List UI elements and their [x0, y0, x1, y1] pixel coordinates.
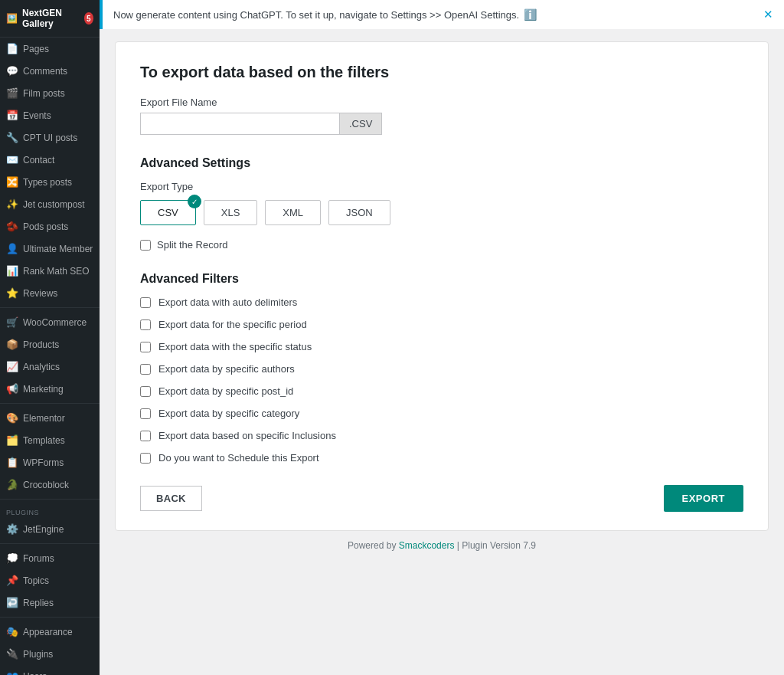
export-button[interactable]: EXPORT — [664, 485, 743, 512]
footer-powered-by: Powered by — [348, 540, 396, 551]
sidebar-item-woocommerce[interactable]: 🛒 WooCommerce — [0, 311, 100, 333]
sidebar: 🖼️ NextGEN Gallery 5 📄 Pages 💬 Comments … — [0, 0, 100, 675]
filter-schedule-export-label[interactable]: Do you want to Schedule this Export — [158, 452, 319, 464]
pods-icon: 🫘 — [6, 221, 18, 232]
file-name-input[interactable] — [140, 113, 339, 135]
back-button[interactable]: BACK — [140, 486, 202, 511]
sidebar-divider-2 — [0, 403, 100, 404]
rank-icon: 📊 — [6, 265, 18, 277]
footer: Powered by Smackcoders | Plugin Version … — [115, 531, 769, 560]
filter-specific-status-label[interactable]: Export data with the specific status — [158, 341, 312, 352]
contact-icon: ✉️ — [6, 154, 18, 165]
sidebar-item-analytics[interactable]: 📈 Analytics — [0, 356, 100, 378]
filter-specific-status-checkbox[interactable] — [140, 342, 151, 352]
filter-specific-category-label[interactable]: Export data by specific category — [158, 408, 299, 419]
comments-icon: 💬 — [6, 65, 18, 77]
export-type-xls[interactable]: XLS — [204, 200, 258, 225]
sidebar-item-film-posts[interactable]: 🎬 Film posts — [0, 82, 100, 104]
sidebar-logo[interactable]: 🖼️ NextGEN Gallery 5 — [0, 0, 100, 38]
sidebar-item-pods-posts[interactable]: 🫘 Pods posts — [0, 215, 100, 238]
filter-specific-inclusions-checkbox[interactable] — [140, 431, 151, 441]
sidebar-label-reviews: Reviews — [23, 288, 57, 299]
notice-bar: Now generate content using ChatGPT. To s… — [100, 0, 784, 29]
file-name-label: Export File Name — [140, 97, 743, 108]
sidebar-divider-3 — [0, 499, 100, 500]
filter-schedule-export-checkbox[interactable] — [140, 453, 151, 464]
sidebar-divider-1 — [0, 307, 100, 308]
sidebar-label-pods: Pods posts — [23, 221, 68, 232]
main-card: To export data based on the filters Expo… — [115, 41, 769, 531]
logo-badge: 5 — [84, 12, 93, 25]
sidebar-item-cpt-ui[interactable]: 🔧 CPT UI posts — [0, 126, 100, 149]
sidebar-label-products: Products — [23, 339, 59, 350]
filter-specific-period: Export data for the specific period — [140, 319, 743, 330]
replies-icon: ↩️ — [6, 597, 18, 608]
filter-specific-authors: Export data by specific authors — [140, 363, 743, 375]
sidebar-item-appearance[interactable]: 🎭 Appearance — [0, 621, 100, 643]
sidebar-label-users: Users — [23, 671, 47, 676]
sidebar-label-cpt: CPT UI posts — [23, 133, 77, 143]
sidebar-item-rank-math[interactable]: 📊 Rank Math SEO — [0, 260, 100, 282]
sidebar-item-templates[interactable]: 🗂️ Templates — [0, 429, 100, 451]
export-type-json[interactable]: JSON — [328, 200, 390, 225]
info-icon: ℹ️ — [524, 8, 537, 21]
file-name-row: .CSV — [140, 113, 743, 135]
sidebar-label-appearance: Appearance — [23, 627, 73, 637]
sidebar-item-wpforms[interactable]: 📋 WPForms — [0, 451, 100, 473]
sidebar-item-forums[interactable]: 💭 Forums — [0, 547, 100, 569]
sidebar-item-jet-custompost[interactable]: ✨ Jet custompost — [0, 193, 100, 215]
footer-brand-link[interactable]: Smackcoders — [399, 540, 455, 551]
filter-specific-category-checkbox[interactable] — [140, 408, 151, 419]
sidebar-item-replies[interactable]: ↩️ Replies — [0, 591, 100, 614]
filter-auto-delimiters-checkbox[interactable] — [140, 297, 151, 308]
member-icon: 👤 — [6, 243, 18, 254]
sidebar-item-products[interactable]: 📦 Products — [0, 333, 100, 356]
sidebar-label-events: Events — [23, 110, 51, 121]
sidebar-label-jetengine: JetEngine — [23, 524, 64, 535]
products-icon: 📦 — [6, 339, 18, 350]
filter-specific-post-id-checkbox[interactable] — [140, 386, 151, 397]
plugins-icon: 🔌 — [6, 648, 18, 660]
filter-specific-period-label[interactable]: Export data for the specific period — [158, 319, 307, 330]
sidebar-item-topics[interactable]: 📌 Topics — [0, 569, 100, 591]
split-record-checkbox[interactable] — [140, 240, 151, 251]
filter-specific-period-checkbox[interactable] — [140, 319, 151, 330]
sidebar-item-types-posts[interactable]: 🔀 Types posts — [0, 171, 100, 193]
export-type-xml[interactable]: XML — [265, 200, 321, 225]
sidebar-label-woo: WooCommerce — [23, 317, 87, 328]
filter-specific-authors-label[interactable]: Export data by specific authors — [158, 363, 295, 375]
notice-message: Now generate content using ChatGPT. To s… — [113, 9, 519, 21]
sidebar-label-comments: Comments — [23, 66, 67, 77]
split-record-label[interactable]: Split the Record — [157, 239, 228, 251]
sidebar-label-replies: Replies — [23, 598, 54, 608]
notice-close-button[interactable]: ✕ — [763, 8, 773, 21]
sidebar-item-elementor[interactable]: 🎨 Elementor — [0, 407, 100, 429]
jet-icon: ✨ — [6, 198, 18, 210]
filter-specific-inclusions-label[interactable]: Export data based on specific Inclusions — [158, 430, 336, 441]
filter-auto-delimiters: Export data with auto delimiters — [140, 297, 743, 308]
filter-specific-status: Export data with the specific status — [140, 341, 743, 352]
sidebar-item-reviews[interactable]: ⭐ Reviews — [0, 282, 100, 304]
types-icon: 🔀 — [6, 176, 18, 188]
sidebar-item-jetengine[interactable]: ⚙️ JetEngine — [0, 518, 100, 540]
filter-specific-post-id: Export data by specific post_id — [140, 385, 743, 397]
filter-auto-delimiters-label[interactable]: Export data with auto delimiters — [158, 297, 297, 308]
page-title: To export data based on the filters — [140, 64, 743, 81]
sidebar-divider-5 — [0, 617, 100, 618]
sidebar-item-events[interactable]: 📅 Events — [0, 104, 100, 126]
sidebar-item-marketing[interactable]: 📢 Marketing — [0, 378, 100, 400]
sidebar-label-croco: Crocoblock — [23, 480, 69, 490]
sidebar-item-plugins[interactable]: 🔌 Plugins — [0, 643, 100, 665]
templates-icon: 🗂️ — [6, 434, 18, 446]
sidebar-item-comments[interactable]: 💬 Comments — [0, 60, 100, 82]
advanced-settings-title: Advanced Settings — [140, 156, 743, 170]
sidebar-item-contact[interactable]: ✉️ Contact — [0, 149, 100, 171]
jetengine-icon: ⚙️ — [6, 523, 18, 535]
sidebar-item-users[interactable]: 👥 Users — [0, 665, 100, 675]
sidebar-item-crocoblock[interactable]: 🐊 Crocoblock — [0, 473, 100, 496]
sidebar-item-pages[interactable]: 📄 Pages — [0, 38, 100, 60]
filter-specific-authors-checkbox[interactable] — [140, 364, 151, 375]
export-type-csv[interactable]: ✓ CSV — [140, 200, 196, 225]
filter-specific-post-id-label[interactable]: Export data by specific post_id — [158, 385, 293, 397]
sidebar-item-ultimate-member[interactable]: 👤 Ultimate Member — [0, 238, 100, 260]
